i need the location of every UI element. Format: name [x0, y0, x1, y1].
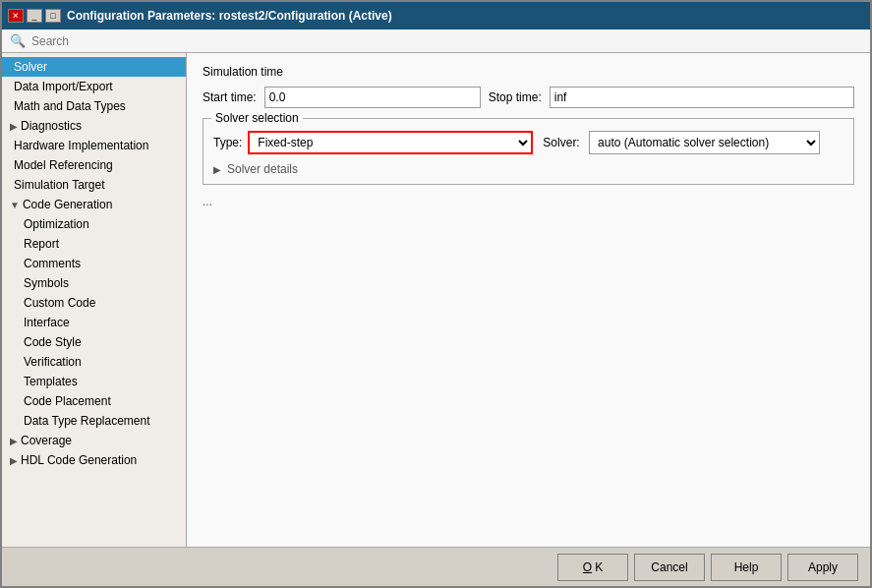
window-controls: ✕ _ □ [8, 9, 61, 23]
type-select[interactable]: Fixed-step [248, 131, 533, 154]
sidebar-item-verification[interactable]: Verification [2, 352, 186, 372]
solver-label: Solver [14, 60, 47, 74]
solver-selection-group: Solver selection Type: Fixed-step Solver… [203, 118, 854, 185]
model-referencing-label: Model Referencing [14, 158, 113, 172]
solver-select[interactable]: auto (Automatic solver selection) [589, 131, 820, 154]
window-title: Configuration Parameters: rostest2/Confi… [67, 9, 864, 23]
symbols-label: Symbols [24, 276, 69, 290]
solver-details-row[interactable]: ▶ Solver details [213, 162, 843, 176]
sidebar-item-interface[interactable]: Interface [2, 313, 186, 332]
verification-label: Verification [24, 355, 82, 369]
sidebar-item-diagnostics[interactable]: ▶ Diagnostics [2, 116, 186, 136]
code-generation-label: Code Generation [23, 198, 112, 211]
solver-select-label: Solver: [543, 136, 579, 149]
close-button[interactable]: ✕ [8, 9, 24, 23]
search-bar: 🔍 [2, 29, 870, 53]
templates-label: Templates [24, 375, 78, 388]
help-label: Help [734, 560, 759, 574]
solver-selection-legend: Solver selection [211, 111, 303, 125]
sidebar-item-data-import-export[interactable]: Data Import/Export [2, 77, 186, 96]
data-import-export-label: Data Import/Export [14, 80, 113, 93]
comments-label: Comments [24, 257, 81, 270]
sidebar-item-hdl-code-generation[interactable]: ▶ HDL Code Generation [2, 450, 186, 470]
sidebar-item-simulation-target[interactable]: Simulation Target [2, 175, 186, 195]
data-type-replacement-label: Data Type Replacement [24, 414, 150, 428]
coverage-label: Coverage [21, 434, 72, 447]
sidebar-item-hardware-implementation[interactable]: Hardware Implementation [2, 136, 186, 155]
stop-time-label: Stop time: [489, 90, 542, 104]
start-time-input[interactable] [264, 87, 481, 108]
code-generation-arrow-icon: ▼ [10, 200, 20, 210]
help-button[interactable]: Help [711, 554, 782, 581]
sidebar-item-solver[interactable]: Solver [2, 57, 186, 77]
hardware-implementation-label: Hardware Implementation [14, 139, 148, 152]
stop-time-input[interactable] [550, 87, 854, 108]
cancel-label: Cancel [651, 560, 687, 574]
hdl-code-generation-label: HDL Code Generation [21, 453, 137, 467]
simulation-time-section-title: Simulation time [203, 65, 854, 79]
solver-row: Type: Fixed-step Solver: auto (Automatic… [213, 131, 843, 154]
sidebar-item-code-generation[interactable]: ▼ Code Generation [2, 195, 186, 214]
bottom-bar: OK Cancel Help Apply [2, 547, 870, 586]
optimization-label: Optimization [24, 217, 89, 231]
cancel-button[interactable]: Cancel [634, 554, 705, 581]
solver-details-label: Solver details [227, 162, 298, 176]
apply-label: Apply [808, 560, 838, 574]
search-input[interactable] [31, 34, 862, 48]
hdl-code-generation-arrow-icon: ▶ [10, 455, 18, 466]
code-placement-label: Code Placement [24, 394, 111, 408]
ok-label-rest: K [595, 560, 603, 574]
interface-label: Interface [24, 316, 70, 329]
sidebar-item-custom-code[interactable]: Custom Code [2, 293, 186, 313]
sidebar-item-symbols[interactable]: Symbols [2, 273, 186, 293]
sidebar-item-coverage[interactable]: ▶ Coverage [2, 431, 186, 450]
report-label: Report [24, 237, 59, 251]
sidebar-item-templates[interactable]: Templates [2, 372, 186, 391]
sidebar: Solver Data Import/Export Math and Data … [2, 53, 187, 547]
code-style-label: Code Style [24, 335, 82, 349]
sidebar-item-comments[interactable]: Comments [2, 254, 186, 273]
title-bar: ✕ _ □ Configuration Parameters: rostest2… [2, 2, 870, 29]
minimize-button[interactable]: _ [27, 9, 42, 23]
sidebar-item-data-type-replacement[interactable]: Data Type Replacement [2, 411, 186, 431]
sidebar-item-math-data-types[interactable]: Math and Data Types [2, 96, 186, 116]
dots-text: ... [203, 195, 854, 208]
type-label: Type: [213, 136, 242, 149]
main-window: ✕ _ □ Configuration Parameters: rostest2… [0, 0, 872, 588]
sidebar-item-model-referencing[interactable]: Model Referencing [2, 155, 186, 175]
sidebar-item-code-placement[interactable]: Code Placement [2, 391, 186, 411]
content-area: Simulation time Start time: Stop time: S… [187, 53, 870, 547]
simulation-target-label: Simulation Target [14, 178, 105, 192]
diagnostics-arrow-icon: ▶ [10, 121, 18, 132]
main-area: Solver Data Import/Export Math and Data … [2, 53, 870, 547]
search-icon: 🔍 [10, 33, 26, 48]
coverage-arrow-icon: ▶ [10, 436, 18, 446]
maximize-button[interactable]: □ [45, 9, 61, 23]
ok-button[interactable]: OK [557, 554, 628, 581]
sidebar-item-report[interactable]: Report [2, 234, 186, 254]
math-data-types-label: Math and Data Types [14, 99, 126, 113]
apply-button[interactable]: Apply [787, 554, 858, 581]
start-time-label: Start time: [203, 90, 257, 104]
solver-details-arrow-icon: ▶ [213, 164, 221, 175]
custom-code-label: Custom Code [24, 296, 95, 310]
diagnostics-label: Diagnostics [21, 119, 82, 133]
time-row: Start time: Stop time: [203, 87, 854, 108]
type-select-wrap: Type: Fixed-step [213, 131, 533, 154]
solver-select-wrap: Solver: auto (Automatic solver selection… [543, 131, 820, 154]
sidebar-item-code-style[interactable]: Code Style [2, 332, 186, 352]
ok-underline: O [583, 560, 592, 574]
sidebar-item-optimization[interactable]: Optimization [2, 214, 186, 234]
